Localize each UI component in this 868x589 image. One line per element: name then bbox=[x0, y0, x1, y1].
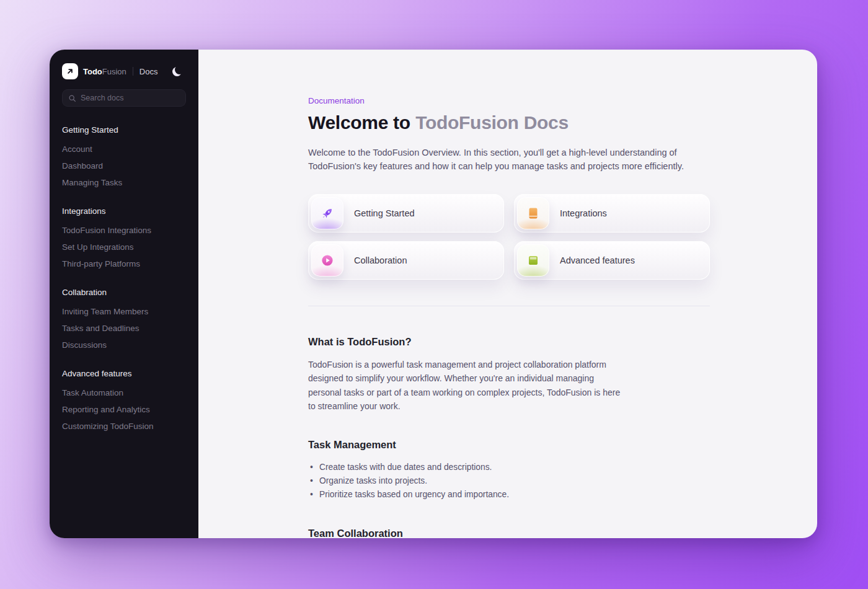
brand-name-light: Fusion bbox=[102, 67, 126, 76]
brand-name[interactable]: TodoFusion bbox=[83, 67, 126, 76]
section-heading: What is TodoFusion? bbox=[308, 335, 710, 349]
theme-toggle-moon-icon[interactable] bbox=[172, 64, 186, 78]
sidebar-item-reporting-and-analytics[interactable]: Reporting and Analytics bbox=[62, 401, 186, 418]
nav-section-getting-started: Getting Started Account Dashboard Managi… bbox=[62, 124, 186, 191]
section-what-is-todofusion: What is TodoFusion? TodoFusion is a powe… bbox=[308, 335, 710, 414]
main-content: Documentation Welcome toTodoFusion Docs … bbox=[198, 50, 817, 538]
play-icon bbox=[311, 244, 343, 277]
page-title: Welcome toTodoFusion Docs bbox=[308, 112, 710, 134]
sidebar-item-third-party-platforms[interactable]: Third-party Platforms bbox=[62, 255, 186, 272]
section-divider bbox=[308, 306, 710, 306]
page-title-dark: Welcome to bbox=[308, 112, 410, 133]
card-collaboration[interactable]: Collaboration bbox=[308, 241, 504, 280]
book-icon bbox=[517, 197, 549, 229]
breadcrumb: Documentation bbox=[308, 95, 710, 107]
brand-name-bold: Todo bbox=[83, 67, 102, 76]
todofusion-logo-icon[interactable] bbox=[62, 63, 78, 79]
sidebar: TodoFusion Docs Getting Started Account … bbox=[50, 50, 198, 538]
bullet-item: Create tasks with due dates and descript… bbox=[308, 461, 710, 474]
nav-section-collabration: Collabration Inviting Team Members Tasks… bbox=[62, 286, 186, 353]
sidebar-item-task-automation[interactable]: Task Automation bbox=[62, 384, 186, 401]
sidebar-item-dashboard[interactable]: Dashboard bbox=[62, 157, 186, 174]
card-label: Advanced features bbox=[560, 255, 635, 265]
intro-paragraph: Welcome to the TodoFusion Overview. In t… bbox=[308, 146, 710, 173]
card-label: Integrations bbox=[560, 208, 607, 218]
sidebar-nav: Getting Started Account Dashboard Managi… bbox=[62, 124, 186, 449]
page-title-muted: TodoFusion Docs bbox=[415, 112, 569, 133]
section-paragraph: TodoFusion is a powerful task management… bbox=[308, 358, 621, 414]
search-input[interactable] bbox=[81, 94, 180, 102]
nav-section-title: Integrations bbox=[62, 205, 186, 217]
section-heading: Task Management bbox=[308, 438, 710, 452]
docs-context-label: Docs bbox=[140, 67, 158, 76]
nav-section-title: Advanced features bbox=[62, 368, 186, 379]
bullet-list: Create tasks with due dates and descript… bbox=[308, 461, 710, 502]
search-icon bbox=[68, 94, 76, 102]
doc-page: Documentation Welcome toTodoFusion Docs … bbox=[308, 95, 710, 538]
nav-section-advanced-features: Advanced features Task Automation Report… bbox=[62, 368, 186, 435]
nav-section-title: Getting Started bbox=[62, 124, 186, 136]
search-box bbox=[62, 89, 186, 107]
sidebar-header: TodoFusion Docs bbox=[62, 63, 186, 79]
nav-section-title: Collabration bbox=[62, 286, 186, 298]
sidebar-item-tasks-and-deadlines[interactable]: Tasks and Deadlines bbox=[62, 320, 186, 337]
card-integrations[interactable]: Integrations bbox=[514, 194, 710, 232]
quick-link-cards: Getting Started Integrations bbox=[308, 194, 710, 280]
section-heading: Team Collaboration bbox=[308, 526, 710, 538]
section-task-management: Task Management Create tasks with due da… bbox=[308, 438, 710, 502]
section-team-collaboration: Team Collaboration Invite team members t… bbox=[308, 526, 710, 538]
card-advanced-features[interactable]: Advanced features bbox=[514, 241, 710, 280]
app-window: TodoFusion Docs Getting Started Account … bbox=[50, 50, 817, 538]
box-icon bbox=[517, 244, 549, 277]
bullet-item: Prioritize tasks based on urgency and im… bbox=[308, 488, 710, 502]
sidebar-item-set-up-integrations[interactable]: Set Up Integrations bbox=[62, 239, 186, 255]
card-label: Collaboration bbox=[354, 255, 407, 265]
header-divider bbox=[133, 67, 133, 76]
bullet-item: Organize tasks into projects. bbox=[308, 474, 710, 488]
rocket-icon bbox=[311, 197, 343, 229]
sidebar-item-discussions[interactable]: Discussions bbox=[62, 337, 186, 353]
sidebar-item-customizing-todofusion[interactable]: Customizing TodoFusion bbox=[62, 418, 186, 435]
sidebar-item-inviting-team-members[interactable]: Inviting Team Members bbox=[62, 303, 186, 320]
nav-section-integrations: Integrations TodoFusion Integrations Set… bbox=[62, 205, 186, 272]
sidebar-item-account[interactable]: Account bbox=[62, 141, 186, 157]
card-label: Getting Started bbox=[354, 208, 415, 218]
desktop-background: TodoFusion Docs Getting Started Account … bbox=[0, 0, 868, 589]
card-getting-started[interactable]: Getting Started bbox=[308, 194, 504, 232]
sidebar-item-managing-tasks[interactable]: Managing Tasks bbox=[62, 174, 186, 191]
sidebar-item-todofusion-integrations[interactable]: TodoFusion Integrations bbox=[62, 222, 186, 239]
